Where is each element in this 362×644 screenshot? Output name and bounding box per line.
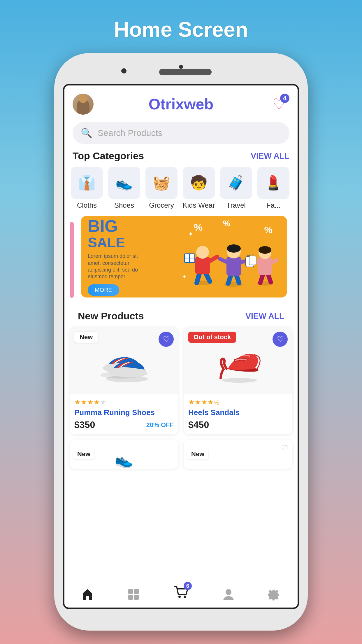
avatar-figure: [77, 99, 89, 115]
category-kidswear[interactable]: 🧒 Kids Wear: [182, 167, 216, 209]
search-icon: 🔍: [81, 127, 92, 139]
discount-badge-shoes: 20% OFF: [146, 421, 174, 429]
sparkle-2: ✦: [182, 274, 187, 280]
partial-shoe-icon: 👟: [115, 451, 133, 469]
svg-point-6: [196, 246, 209, 259]
categories-title: Top Categories: [73, 150, 144, 162]
screen: Otrixweb ♡ 4 🔍 Search Products Top Categ…: [63, 84, 299, 609]
avatar[interactable]: [73, 94, 94, 115]
product-info-heels: ★★★★½ Heels Sandals $450: [184, 394, 292, 434]
partial-card-1[interactable]: New 👟: [70, 440, 178, 469]
nav-cart[interactable]: 6: [173, 584, 189, 605]
page-heading: Home Screen: [114, 18, 248, 41]
wishlist-heels-button[interactable]: ♡: [273, 332, 288, 347]
kidswear-label: Kids Wear: [183, 201, 215, 209]
svg-line-24: [272, 260, 278, 262]
front-camera: [179, 65, 183, 69]
products-view-all[interactable]: VIEW ALL: [245, 312, 284, 321]
svg-rect-31: [128, 589, 133, 594]
grocery-icon: 🧺: [145, 167, 178, 199]
product-name-heels: Heels Sandals: [188, 408, 288, 417]
svg-rect-34: [134, 595, 139, 600]
phone-frame: Otrixweb ♡ 4 🔍 Search Products Top Categ…: [54, 53, 308, 631]
products-title: New Products: [78, 310, 144, 322]
banner-sale-text: SALE: [88, 235, 146, 251]
search-bar[interactable]: 🔍 Search Products: [73, 122, 289, 144]
app-header: Otrixweb ♡ 4: [64, 85, 298, 119]
grocery-label: Grocery: [149, 201, 174, 209]
banner-more-button[interactable]: MORE: [88, 284, 119, 296]
nav-grid[interactable]: [126, 587, 140, 601]
stars-heels: ★★★★½: [188, 398, 288, 406]
heels-svg: [212, 337, 264, 384]
travel-icon: 🧳: [220, 167, 252, 199]
products-header: New Products VIEW ALL: [70, 310, 292, 327]
cart-badge: 6: [184, 582, 192, 590]
partial-card-2[interactable]: New ♡: [184, 440, 292, 469]
svg-rect-22: [258, 257, 272, 275]
partial-cards: New 👟 New ♡: [70, 440, 292, 469]
banner-side-bar: [70, 222, 74, 298]
camera-dot: [121, 68, 126, 74]
svg-point-17: [227, 244, 241, 253]
stars-shoes: ★★★★★: [74, 398, 174, 406]
categories-row: 👔 Cloths 👟 Shoes 🧺 Grocery 🧒 Kids Wear 🧳: [64, 167, 298, 216]
shoes-icon: 👟: [108, 167, 140, 199]
product-image-shoes: New ♡: [70, 327, 178, 394]
home-icon: [80, 587, 94, 601]
category-shoes[interactable]: 👟 Shoes: [107, 167, 141, 209]
partial-heart-icon[interactable]: ♡: [281, 444, 288, 453]
nav-settings[interactable]: [268, 587, 282, 601]
shoes-svg: [96, 339, 152, 382]
products-grid: New ♡: [70, 327, 292, 434]
product-card-shoes[interactable]: New ♡: [70, 327, 178, 434]
svg-rect-33: [128, 595, 133, 600]
percent-1: %: [194, 222, 203, 233]
category-cloths[interactable]: 👔 Cloths: [70, 167, 104, 209]
banner-text: BIG SALE Lorem ipsum dolor sit amet, con…: [88, 218, 146, 296]
shoes-label: Shoes: [114, 201, 134, 209]
fashion-label: Fa...: [266, 201, 280, 209]
svg-point-35: [178, 596, 181, 598]
svg-line-1: [197, 273, 200, 283]
kidswear-icon: 🧒: [183, 167, 215, 199]
out-of-stock-tag: Out of stock: [188, 332, 236, 343]
partial-tag-2: New: [187, 449, 208, 459]
categories-view-all[interactable]: VIEW ALL: [251, 151, 289, 161]
category-grocery[interactable]: 🧺 Grocery: [144, 167, 179, 209]
new-products-section: New Products VIEW ALL New ♡: [64, 310, 298, 469]
fashion-icon: 💄: [257, 167, 289, 199]
search-input[interactable]: Search Products: [98, 128, 162, 138]
svg-point-37: [226, 589, 231, 595]
svg-line-20: [260, 274, 263, 283]
banner-figures: % % % ✦ ✦: [176, 216, 281, 298]
svg-line-14: [220, 259, 226, 262]
svg-point-30: [222, 378, 257, 383]
phone-top-area: [63, 62, 299, 82]
banner-big-text: BIG: [88, 218, 146, 235]
travel-label: Travel: [226, 201, 246, 209]
price-row-shoes: $350 20% OFF: [74, 419, 174, 430]
nav-home[interactable]: [80, 587, 94, 601]
product-card-heels[interactable]: Out of stock ♡: [184, 327, 292, 434]
bottom-nav: 6: [64, 579, 298, 608]
speaker: [159, 69, 212, 75]
wishlist-shoes-button[interactable]: ♡: [159, 332, 174, 347]
category-travel[interactable]: 🧳 Travel: [219, 167, 253, 209]
sparkle-1: ✦: [188, 230, 193, 238]
wishlist-button[interactable]: ♡ 4: [268, 94, 289, 115]
categories-header: Top Categories VIEW ALL: [64, 150, 298, 167]
svg-rect-27: [249, 256, 256, 265]
svg-rect-13: [226, 257, 241, 276]
page-title-area: Home Screen: [114, 0, 248, 53]
svg-point-26: [259, 246, 271, 254]
wishlist-badge: 4: [280, 94, 289, 103]
product-price-shoes: $350: [74, 419, 95, 430]
category-fashion[interactable]: 💄 Fa...: [256, 167, 291, 209]
product-price-heels: $450: [188, 419, 209, 430]
nav-profile[interactable]: [222, 587, 236, 601]
svg-rect-32: [134, 589, 139, 594]
svg-rect-3: [195, 257, 210, 274]
product-name-shoes: Pumma Runing Shoes: [74, 408, 174, 417]
scrollable-content: Top Categories VIEW ALL 👔 Cloths 👟 Shoes…: [64, 150, 298, 579]
